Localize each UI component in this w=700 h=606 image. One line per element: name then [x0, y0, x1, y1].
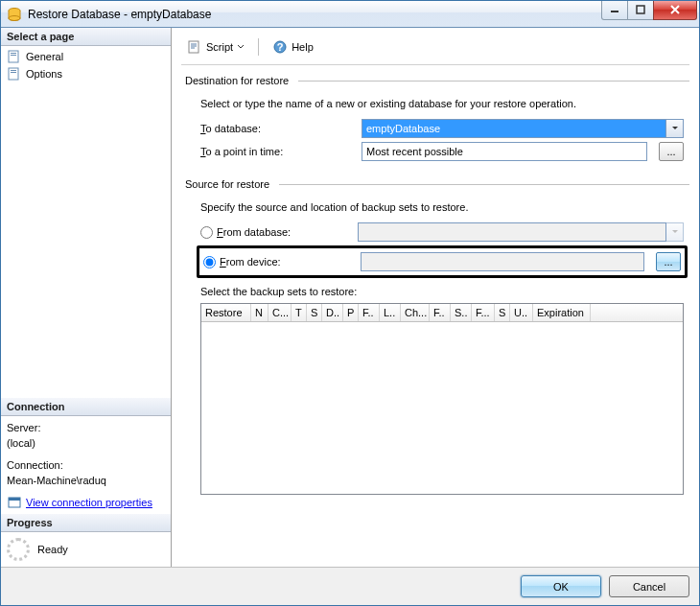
from-database-label: From database: — [217, 226, 291, 238]
svg-text:?: ? — [277, 41, 284, 53]
destination-group-title: Destination for restore — [181, 75, 292, 86]
column-header[interactable]: C... — [268, 304, 292, 321]
column-header[interactable]: Ch... — [401, 304, 430, 321]
to-point-in-time-input[interactable] — [362, 142, 647, 161]
window-title: Restore Database - emptyDatabase — [28, 8, 602, 21]
column-header[interactable]: F.. — [430, 304, 451, 321]
svg-rect-5 — [11, 53, 16, 54]
backup-sets-grid[interactable]: RestoreNC...TSD..PF..L..Ch...F..S..F...S… — [200, 303, 684, 495]
view-connection-properties-link[interactable]: View connection properties — [7, 495, 165, 511]
maximize-button[interactable] — [627, 1, 654, 20]
page-icon — [7, 66, 22, 82]
source-group: Source for restore Specify the source an… — [181, 178, 689, 499]
toolbar: Script ? Help — [181, 34, 689, 65]
from-device-browse-button[interactable]: ... — [656, 252, 681, 271]
column-header[interactable]: S.. — [451, 304, 472, 321]
to-database-dropdown-button[interactable] — [666, 119, 684, 138]
connection-value: Mean-Machine\raduq — [7, 473, 165, 489]
close-button[interactable] — [653, 1, 697, 20]
from-device-highlight: From device: ... — [197, 245, 688, 278]
to-point-in-time-label: To a point in time: — [200, 146, 354, 157]
column-header[interactable]: L.. — [380, 304, 401, 321]
from-device-label: From device: — [220, 256, 281, 268]
help-button[interactable]: ? Help — [267, 37, 319, 57]
server-value: (local) — [7, 435, 165, 452]
ok-button[interactable]: OK — [521, 575, 601, 597]
minimize-button[interactable] — [601, 1, 628, 20]
nav-item-options[interactable]: Options — [5, 65, 167, 82]
to-database-label: To database: — [200, 123, 354, 134]
nav-label: Options — [26, 68, 62, 80]
select-page-header: Select a page — [1, 28, 171, 46]
script-button[interactable]: Script — [181, 37, 250, 57]
column-header[interactable]: F.. — [359, 304, 380, 321]
window-controls — [602, 1, 697, 20]
svg-rect-7 — [9, 68, 18, 80]
column-header[interactable]: S — [495, 304, 510, 321]
progress-row: Ready — [1, 532, 171, 567]
column-header[interactable]: Expiration — [533, 304, 591, 321]
main-panel: Script ? Help Destination for restore Se… — [172, 28, 699, 567]
connection-label: Connection: — [7, 457, 165, 474]
script-icon — [187, 39, 202, 55]
svg-rect-3 — [637, 6, 644, 13]
from-database-radio[interactable] — [200, 226, 213, 239]
page-icon — [7, 49, 22, 64]
left-sidebar: Select a page General Options Connection… — [1, 28, 172, 567]
svg-rect-8 — [11, 70, 16, 71]
cancel-button[interactable]: Cancel — [609, 575, 689, 597]
restore-database-dialog: Restore Database - emptyDatabase Select … — [0, 0, 700, 606]
from-database-dropdown-button — [666, 222, 684, 242]
app-icon — [7, 7, 22, 22]
svg-rect-9 — [11, 72, 16, 73]
svg-rect-2 — [611, 11, 618, 12]
column-header[interactable]: P — [343, 304, 359, 321]
column-header[interactable]: D.. — [322, 304, 343, 321]
column-header[interactable]: N — [251, 304, 268, 321]
column-header[interactable]: Restore — [201, 304, 251, 321]
svg-rect-6 — [11, 55, 16, 56]
server-label: Server: — [7, 420, 165, 436]
titlebar[interactable]: Restore Database - emptyDatabase — [1, 1, 699, 28]
nav-item-general[interactable]: General — [5, 48, 167, 65]
nav-label: General — [26, 51, 63, 62]
column-header[interactable]: T — [292, 304, 307, 321]
dialog-footer: OK Cancel — [1, 567, 699, 605]
to-point-browse-button[interactable]: ... — [659, 142, 684, 161]
svg-rect-4 — [9, 51, 18, 62]
chevron-down-icon — [237, 43, 245, 51]
from-database-combo — [358, 222, 666, 242]
progress-status: Ready — [37, 544, 68, 555]
svg-rect-12 — [189, 41, 198, 53]
to-database-combo[interactable] — [362, 119, 666, 138]
source-group-title: Source for restore — [181, 178, 273, 190]
help-icon: ? — [272, 39, 288, 55]
connection-section: Server: (local) Connection: Mean-Machine… — [1, 416, 171, 515]
column-header[interactable]: U.. — [510, 304, 533, 321]
backup-sets-header-row: RestoreNC...TSD..PF..L..Ch...F..S..F...S… — [201, 304, 683, 322]
source-instruction: Specify the source and location of backu… — [200, 201, 684, 213]
svg-rect-11 — [9, 498, 20, 501]
column-header[interactable]: S — [307, 304, 322, 321]
column-header[interactable]: F... — [472, 304, 495, 321]
progress-header: Progress — [1, 514, 171, 532]
backup-sets-label: Select the backup sets to restore: — [200, 286, 684, 297]
toolbar-separator — [258, 38, 259, 56]
progress-spinner-icon — [7, 538, 30, 561]
from-device-input — [361, 252, 644, 271]
from-device-radio[interactable] — [203, 256, 216, 268]
destination-instruction: Select or type the name of a new or exis… — [200, 98, 684, 109]
destination-group: Destination for restore Select or type t… — [181, 75, 689, 169]
properties-icon — [7, 495, 22, 510]
connection-header: Connection — [1, 398, 171, 416]
